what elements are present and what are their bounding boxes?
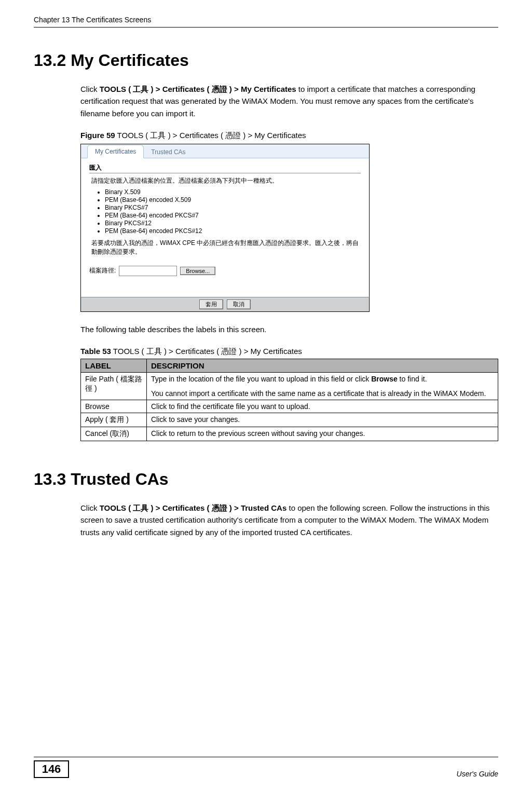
- para-text: Click: [80, 503, 100, 512]
- import-description: 請指定欲匯入憑證檔案的位置。憑證檔案必須為下列其中一種格式。: [89, 176, 361, 185]
- section-13-3-heading: 13.3 Trusted CAs: [34, 470, 498, 489]
- figure-caption-text: TOOLS ( 工具 ) > Certificates ( 憑證 ) > My …: [115, 131, 306, 140]
- header-rule: [34, 27, 498, 28]
- tab-trusted-cas[interactable]: Trusted CAs: [144, 146, 193, 158]
- figure-label: Figure 59: [80, 131, 115, 140]
- apply-button[interactable]: 套用: [199, 299, 223, 309]
- table-row: File Path ( 檔案路徑 ) Type in the location …: [81, 373, 498, 400]
- section-13-2-para: Click TOOLS ( 工具 ) > Certificates ( 憑證 )…: [80, 83, 498, 119]
- desc-bold: Browse: [371, 375, 398, 383]
- para-bold-path: TOOLS ( 工具 ) > Certificates ( 憑證 ) > My …: [100, 85, 296, 93]
- format-item: PEM (Base-64) encoded PKCS#12: [105, 227, 361, 235]
- browse-button[interactable]: Browse...: [180, 267, 215, 275]
- para-bold-path: TOOLS ( 工具 ) > Certificates ( 憑證 ) > Tru…: [100, 503, 287, 512]
- td-label: Cancel (取消): [81, 427, 147, 441]
- td-desc: Click to save your changes.: [147, 413, 498, 427]
- tab-my-certificates[interactable]: My Certificates: [87, 145, 144, 158]
- format-item: Binary X.509: [105, 188, 361, 196]
- running-header: Chapter 13 The Certificates Screens: [34, 16, 498, 24]
- td-label: Browse: [81, 400, 147, 413]
- file-path-input[interactable]: [119, 266, 177, 276]
- table-row: Browse Click to find the certificate fil…: [81, 400, 498, 413]
- screenshot-action-bar: 套用 取消: [81, 297, 369, 311]
- td-desc: Type in the location of the file you wan…: [147, 373, 498, 400]
- th-description: DESCRIPTION: [147, 359, 498, 373]
- td-desc: Click to find the certificate file you w…: [147, 400, 498, 413]
- format-item: PEM (Base-64) encoded PKCS#7: [105, 212, 361, 219]
- tabs-bar: My Certificates Trusted CAs: [81, 144, 369, 158]
- cancel-button[interactable]: 取消: [227, 299, 251, 309]
- td-label: Apply ( 套用 ): [81, 413, 147, 427]
- table-53: LABEL DESCRIPTION File Path ( 檔案路徑 ) Typ…: [80, 359, 498, 441]
- figure-59-caption: Figure 59 TOOLS ( 工具 ) > Certificates ( …: [80, 131, 498, 141]
- td-desc: Click to return to the previous screen w…: [147, 427, 498, 441]
- section-13-3-para: Click TOOLS ( 工具 ) > Certificates ( 憑證 )…: [80, 502, 498, 538]
- section-13-2-heading: 13.2 My Certificates: [34, 51, 498, 70]
- page-number: 146: [34, 760, 69, 778]
- after-figure-para: The following table describes the labels…: [80, 323, 498, 335]
- footer-guide-label: User's Guide: [457, 770, 498, 778]
- format-list: Binary X.509 PEM (Base-64) encoded X.509…: [105, 188, 361, 235]
- table-row: Apply ( 套用 ) Click to save your changes.: [81, 413, 498, 427]
- td-label: File Path ( 檔案路徑 ): [81, 373, 147, 400]
- my-certificates-screenshot: My Certificates Trusted CAs 匯入 請指定欲匯入憑證檔…: [80, 144, 370, 312]
- table-53-caption: Table 53 TOOLS ( 工具 ) > Certificates ( 憑…: [80, 347, 498, 357]
- file-path-row: 檔案路徑: Browse...: [89, 266, 361, 276]
- format-item: Binary PKCS#7: [105, 204, 361, 211]
- table-row: Cancel (取消) Click to return to the previ…: [81, 427, 498, 441]
- desc-text: to find it.: [398, 375, 427, 383]
- desc-text: Type in the location of the file you wan…: [151, 375, 371, 383]
- desc-text: You cannot import a certificate with the…: [151, 389, 486, 398]
- table-label: Table 53: [80, 347, 111, 356]
- import-note: 若要成功匯入我的憑證，WiMAX CPE 中必須已經含有對應匯入憑證的憑證要求。…: [89, 239, 361, 256]
- table-caption-text: TOOLS ( 工具 ) > Certificates ( 憑證 ) > My …: [111, 347, 302, 356]
- file-path-label: 檔案路徑:: [89, 266, 116, 275]
- format-item: PEM (Base-64) encoded X.509: [105, 196, 361, 203]
- format-item: Binary PKCS#12: [105, 220, 361, 227]
- page-footer: 146 User's Guide: [34, 757, 498, 778]
- import-section-title: 匯入: [89, 163, 361, 173]
- th-label: LABEL: [81, 359, 147, 373]
- para-text: Click: [80, 85, 100, 93]
